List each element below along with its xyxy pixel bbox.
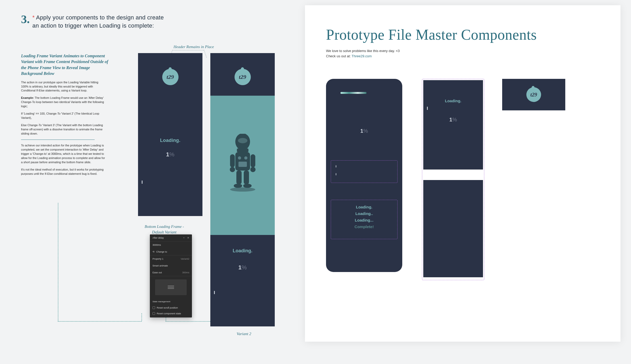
robot-illustration	[210, 96, 275, 235]
variant2-label: Variant 2	[237, 332, 251, 336]
master-components-panel: Prototype File Master Components We love…	[305, 5, 620, 342]
close-icon[interactable]: ✕	[187, 237, 189, 239]
panel-header: After delay + ✕	[150, 234, 192, 242]
interaction-panel: After delay + ✕ 3000ms ⟲ Change to Prope…	[150, 234, 192, 317]
state-complete: Complete!	[331, 223, 397, 230]
logo-icon: t29	[526, 87, 541, 102]
reset-component-checkbox[interactable]: Reset component state	[150, 311, 192, 317]
state-loading2: Loading..	[331, 210, 397, 217]
tick-mark	[142, 181, 143, 184]
svg-point-5	[244, 156, 247, 160]
loading-label: Loading.	[423, 99, 483, 103]
svg-point-9	[230, 167, 235, 172]
state-loading3: Loading...	[331, 217, 397, 223]
panel-title: Prototype File Master Components	[305, 5, 620, 43]
header-remains-label: Header Remains in Place	[174, 45, 214, 49]
percent-text: 1%	[326, 128, 402, 134]
annotation-title: Loading Frame Variant Animates to Compon…	[21, 53, 110, 77]
bottom-frame-label: Bottom Loading Frame - Default Variant	[145, 224, 184, 235]
percent-text: 1%	[423, 117, 483, 123]
duration-row[interactable]: 3000ms	[150, 242, 192, 248]
svg-point-2	[238, 138, 247, 143]
svg-rect-3	[235, 152, 250, 171]
state-loading1: Loading.	[331, 204, 397, 210]
action-row[interactable]: ⟲ Change to	[150, 248, 192, 255]
animate-row[interactable]: Smart animate	[150, 262, 192, 269]
variant-row[interactable]: Property 1 Variant2	[150, 255, 192, 262]
svg-rect-11	[236, 171, 242, 184]
frame-preview	[155, 279, 187, 295]
state-header: State management	[150, 298, 192, 305]
master-logo-component: t29	[502, 79, 565, 110]
svg-point-4	[238, 156, 241, 160]
swap-icon: ⟲	[152, 250, 155, 253]
svg-point-10	[250, 167, 256, 172]
panel-subtitle: We love to solve problems like this ever…	[305, 43, 620, 59]
phone-frame-default: t29 Loading. 1%	[138, 53, 202, 216]
trigger-label[interactable]: After delay	[152, 237, 164, 239]
percent-text: 1%	[210, 264, 275, 271]
master-frame-variants: Loading. 1%	[422, 79, 484, 280]
connector-line	[141, 313, 142, 321]
tick-mark	[427, 107, 428, 110]
annotation-body: The action in our prototype upon the Loa…	[21, 80, 105, 176]
phone-frame-variant2: t29	[210, 53, 275, 326]
link-three29[interactable]: Three29.com	[352, 54, 372, 58]
step-instruction: * Apply your components to the design an…	[32, 14, 164, 30]
step-number: 3.	[21, 14, 30, 25]
divider	[21, 140, 95, 140]
logo-icon: t29	[162, 69, 179, 85]
percent-text: 1%	[138, 151, 202, 158]
component-slot-ticks	[331, 160, 398, 183]
svg-point-13	[234, 184, 242, 188]
svg-rect-1	[237, 148, 248, 152]
easing-row[interactable]: Ease out 300ms	[150, 269, 192, 276]
svg-rect-6	[238, 162, 247, 167]
component-slot-states: Loading. Loading.. Loading... Complete!	[331, 200, 398, 239]
loading-label: Loading.	[210, 248, 275, 254]
connector-line	[166, 321, 210, 322]
checkbox-icon	[152, 312, 155, 315]
connector-line	[58, 203, 58, 321]
tick-mark	[214, 291, 215, 294]
loading-label: Loading.	[138, 138, 202, 143]
variant-bottom	[423, 180, 483, 277]
connector-line	[204, 50, 207, 58]
svg-point-15	[230, 187, 255, 192]
plus-icon[interactable]: +	[183, 237, 185, 239]
svg-rect-7	[230, 154, 235, 167]
connector-line	[58, 321, 141, 322]
progress-bar	[340, 92, 388, 94]
logo-icon: t29	[235, 69, 251, 85]
checkbox-icon	[152, 306, 155, 309]
svg-rect-8	[251, 154, 255, 167]
reset-scroll-checkbox[interactable]: Reset scroll position	[150, 305, 192, 311]
variant-top: Loading. 1%	[423, 80, 483, 170]
step-header: 3. * Apply your components to the design…	[21, 14, 284, 30]
asterisk: *	[32, 14, 35, 21]
connector-line	[172, 50, 204, 50]
svg-point-14	[243, 184, 252, 188]
svg-rect-12	[244, 171, 249, 184]
